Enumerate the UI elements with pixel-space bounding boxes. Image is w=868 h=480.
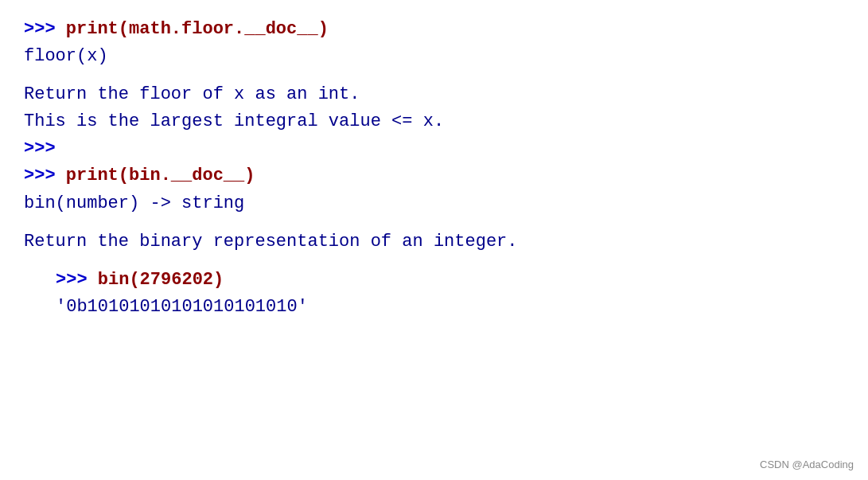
line-4: Return the floor of x as an int. [24,81,844,108]
code-1: print(math.floor.__doc__) [66,19,329,39]
blank-1 [24,70,844,81]
line-6: >>> [24,135,844,162]
line-1: >>> print(math.floor.__doc__) [24,16,844,43]
line-10: Return the binary representation of an i… [24,228,844,256]
line-2: floor(x) [24,43,844,70]
line-8: bin(number) -> string [24,190,844,217]
prompt-3: >>> [56,270,98,290]
prompt-2: >>> [24,166,66,185]
terminal-container: >>> print(math.floor.__doc__) floor(x) R… [0,0,868,480]
code-3: bin(2796202) [98,270,224,290]
blank-3 [24,256,844,267]
line-12: >>> bin(2796202) [24,267,844,294]
blank-2 [24,217,844,228]
line-5: This is the largest integral value <= x. [24,108,844,135]
line-7: >>> print(bin.__doc__) [24,162,844,189]
prompt-1: >>> [24,19,66,39]
code-2: print(bin.__doc__) [66,166,255,185]
watermark: CSDN @AdaCoding [760,459,854,470]
line-13: '0b10101010101010101010' [24,294,844,321]
